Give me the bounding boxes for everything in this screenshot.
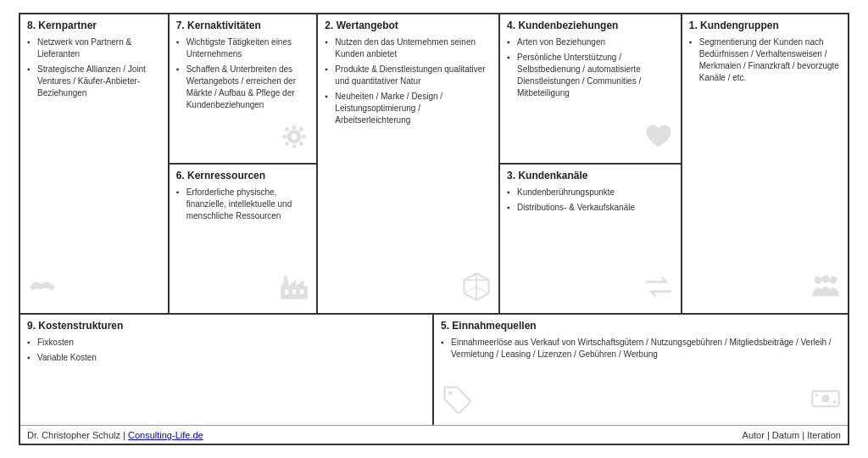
section-kostenstrukturen: 9. Kostenstrukturen Fixkosten Variable K… <box>20 315 434 425</box>
kernressourcen-icon <box>279 271 309 308</box>
kundenbeziehungen-item-2: Persönliche Unterstützung / Selbstbedien… <box>507 52 674 99</box>
svg-rect-16 <box>285 289 289 294</box>
kostenstrukturen-item-2: Variable Kosten <box>27 352 426 364</box>
kundenkanale-item-1: Kundenberührungspunkte <box>507 187 674 198</box>
svg-rect-30 <box>833 400 836 403</box>
svg-line-22 <box>464 287 476 293</box>
svg-point-28 <box>822 395 830 403</box>
kernaktivitaeten-list: Wichtigste Tätigkeiten eines Unternehmen… <box>176 36 310 111</box>
kernpartner-list: Netzwerk von Partnern & Lieferanten Stra… <box>27 36 161 103</box>
svg-point-24 <box>814 276 821 284</box>
svg-point-25 <box>821 276 829 283</box>
section-kundenkanale: 3. Kundenkanäle Kundenberührungspunkte D… <box>500 165 681 313</box>
section-kern-middle: 7. Kernaktivitäten Wichtigste Tätigkeite… <box>170 14 319 313</box>
svg-rect-17 <box>292 289 297 294</box>
main-content: 8. Kernpartner Netzwerk von Partnern & L… <box>20 14 848 425</box>
svg-point-31 <box>448 391 453 395</box>
kundengruppen-list: Segmentierung der Kunden nach Bedürfniss… <box>689 36 841 87</box>
handshake-icon <box>27 271 58 302</box>
kernaktivitaeten-item-1: Wichtigste Tätigkeiten eines Unternehmen… <box>176 36 310 60</box>
section-kernressourcen: 6. Kernressourcen Erforderliche physisch… <box>170 165 317 313</box>
svg-rect-8 <box>285 141 290 146</box>
bottom-section: 9. Kostenstrukturen Fixkosten Variable K… <box>20 315 848 425</box>
wertangebot-icon <box>461 271 492 308</box>
wertangebot-item-2: Produkte & Dienstleistungen qualitativer… <box>325 64 492 87</box>
svg-rect-18 <box>300 289 304 294</box>
section-kundenbeziehungen: 4. Kundenbeziehungen Arten von Beziehung… <box>500 14 681 165</box>
kostenstrukturen-list: Fixkosten Variable Kosten <box>27 337 426 367</box>
einnahmequellen-tag-icon <box>441 383 471 420</box>
svg-marker-12 <box>289 280 297 286</box>
wertangebot-item-3: Neuheiten / Marke / Design / Leistungsop… <box>325 91 492 126</box>
kundenkanale-icon <box>643 271 674 308</box>
kernpartner-item-1: Netzwerk von Partnern & Lieferanten <box>27 36 161 60</box>
einnahmequellen-title: 5. Einnahmequellen <box>441 320 841 332</box>
section-kunden-right: 4. Kundenbeziehungen Arten von Beziehung… <box>500 14 682 313</box>
svg-point-26 <box>829 276 837 284</box>
kernpartner-item-2: Strategische Allianzen / Joint Ventures … <box>27 64 161 99</box>
kernaktivitaeten-item-2: Schaffen & Unterbreiten des Wertangebots… <box>176 64 310 111</box>
svg-rect-6 <box>285 126 290 131</box>
kernpartner-title: 8. Kernpartner <box>27 20 161 31</box>
svg-point-1 <box>292 134 298 140</box>
footer-right: Autor | Datum | Iteration <box>743 430 841 440</box>
canvas: 8. Kernpartner Netzwerk von Partnern & L… <box>19 13 849 445</box>
kundenkanale-list: Kundenberührungspunkte Distributions- & … <box>507 187 674 214</box>
people-icon <box>810 271 841 302</box>
kundenkanale-title: 3. Kundenkanäle <box>507 170 674 182</box>
svg-rect-3 <box>292 144 297 148</box>
kundengruppen-icon <box>810 271 841 308</box>
kundenbeziehungen-list: Arten von Beziehungen Persönliche Unters… <box>507 36 674 99</box>
svg-rect-5 <box>302 135 306 139</box>
einnahmequellen-icon <box>810 383 841 420</box>
svg-rect-2 <box>292 126 297 130</box>
kundenbeziehungen-icon <box>643 121 674 158</box>
einnahmequellen-list: Einnahmeerlöse aus Verkauf von Wirtschaf… <box>441 337 841 364</box>
svg-rect-14 <box>284 276 288 286</box>
footer: Dr. Christopher Schulz | Consulting-Life… <box>20 425 848 444</box>
gear-icon <box>279 121 309 152</box>
svg-rect-29 <box>815 394 818 396</box>
svg-rect-4 <box>283 135 287 139</box>
kernressourcen-item-1: Erforderliche physische, finanzielle, in… <box>176 187 310 222</box>
wertangebot-title: 2. Wertangebot <box>325 20 492 31</box>
kernaktivitaeten-icon <box>279 121 309 158</box>
footer-link[interactable]: Consulting-Life.de <box>128 430 203 440</box>
kernressourcen-title: 6. Kernressourcen <box>176 170 310 182</box>
footer-left: Dr. Christopher Schulz | Consulting-Life… <box>27 430 203 440</box>
kernpartner-icon <box>27 271 58 308</box>
heart-icon <box>643 121 674 152</box>
kostenstrukturen-title: 9. Kostenstrukturen <box>27 320 426 332</box>
svg-rect-7 <box>299 126 304 131</box>
kundenkanale-item-2: Distributions- & Verkaufskanäle <box>507 202 674 214</box>
footer-author: Dr. Christopher Schulz | <box>27 430 128 440</box>
kostenstrukturen-item-1: Fixkosten <box>27 337 426 349</box>
svg-rect-15 <box>285 276 287 277</box>
kernressourcen-list: Erforderliche physische, finanzielle, in… <box>176 187 310 222</box>
wertangebot-item-1: Nutzen den das Unternehmen seinen Kunden… <box>325 36 492 60</box>
arrows-icon <box>643 271 674 302</box>
svg-line-23 <box>476 287 489 293</box>
wertangebot-list: Nutzen den das Unternehmen seinen Kunden… <box>325 36 492 130</box>
factory-icon <box>279 271 309 302</box>
tag-icon <box>441 383 471 414</box>
money-icon <box>810 383 841 414</box>
section-kernpartner: 8. Kernpartner Netzwerk von Partnern & L… <box>20 14 170 313</box>
kundenbeziehungen-item-1: Arten von Beziehungen <box>507 36 674 48</box>
einnahmequellen-item-1: Einnahmeerlöse aus Verkauf von Wirtschaf… <box>441 337 841 360</box>
box-icon <box>461 271 492 302</box>
section-einnahmequellen: 5. Einnahmequellen Einnahmeerlöse aus Ve… <box>434 315 848 425</box>
section-wertangebot: 2. Wertangebot Nutzen den das Unternehme… <box>318 14 500 313</box>
svg-rect-9 <box>299 141 304 146</box>
svg-marker-13 <box>297 280 304 286</box>
kundengruppen-item-1: Segmentierung der Kunden nach Bedürfniss… <box>689 36 841 84</box>
section-kundengruppen: 1. Kundengruppen Segmentierung der Kunde… <box>682 14 848 313</box>
top-section: 8. Kernpartner Netzwerk von Partnern & L… <box>20 14 848 315</box>
section-kernaktivitaeten: 7. Kernaktivitäten Wichtigste Tätigkeite… <box>170 14 317 165</box>
kundengruppen-title: 1. Kundengruppen <box>689 20 841 31</box>
kundenbeziehungen-title: 4. Kundenbeziehungen <box>507 20 674 31</box>
kernaktivitaeten-title: 7. Kernaktivitäten <box>176 20 310 31</box>
